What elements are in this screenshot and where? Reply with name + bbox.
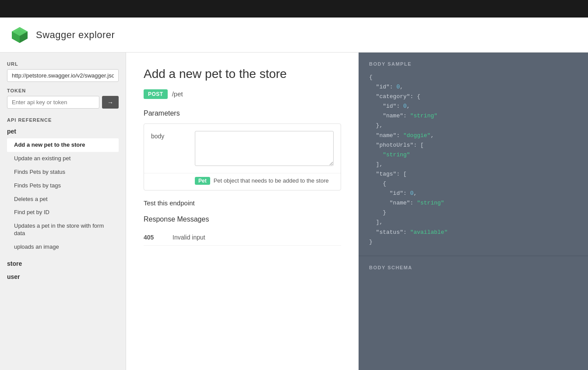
response-desc-405: Invalid input <box>173 234 205 241</box>
sidebar-item-finds-by-status[interactable]: Finds Pets by status <box>7 166 119 179</box>
sidebar-item-finds-by-tags[interactable]: Finds Pets by tags <box>7 179 119 193</box>
nav-group-title-store: store <box>7 258 119 269</box>
sidebar-item-update-pet[interactable]: Update an existing pet <box>7 152 119 166</box>
body-sample-label: BODY SAMPLE <box>369 61 577 67</box>
swagger-logo <box>11 26 29 44</box>
param-desc-text: Pet object that needs to be added to the… <box>214 177 329 184</box>
body-schema-section: BODY SCHEMA <box>359 256 588 370</box>
nav-group-title-user: user <box>7 271 119 282</box>
app-title: Swagger explorer <box>36 29 115 41</box>
params-table: body Pet Pet object that needs to be add… <box>144 123 341 190</box>
url-label: URL <box>7 61 119 67</box>
param-input-body[interactable] <box>195 131 334 166</box>
body-sample-code: { "id": 0, "category": { "id": 0, "name"… <box>369 73 577 247</box>
sidebar: URL TOKEN → API REFERENCE pet Add a new … <box>0 53 126 370</box>
main-content: Add a new pet to the store POST /pet Par… <box>126 53 359 370</box>
sidebar-item-upload-image[interactable]: uploads an image <box>7 240 119 254</box>
method-row: POST /pet <box>144 89 341 99</box>
param-row-body: body <box>144 124 341 173</box>
params-section-title: Parameters <box>144 109 341 117</box>
sidebar-item-updates-form[interactable]: Updates a pet in the store with form dat… <box>7 219 119 240</box>
method-path: /pet <box>172 90 183 98</box>
response-code-405: 405 <box>144 234 165 241</box>
param-name-body: body <box>151 131 195 140</box>
top-bar <box>0 0 588 18</box>
token-input[interactable] <box>7 96 99 109</box>
nav-group-store: store <box>7 258 119 269</box>
sidebar-item-find-by-id[interactable]: Find pet by ID <box>7 206 119 219</box>
param-desc-row: Pet Pet object that needs to be added to… <box>144 173 341 190</box>
nav-group-pet: pet Add a new pet to the store Update an… <box>7 126 119 254</box>
body-sample-section: BODY SAMPLE { "id": 0, "category": { "id… <box>359 53 588 256</box>
method-badge: POST <box>144 89 168 99</box>
page-title: Add a new pet to the store <box>144 67 341 81</box>
pet-badge: Pet <box>195 177 210 185</box>
nav-group-user: user <box>7 271 119 282</box>
sidebar-item-add-pet[interactable]: Add a new pet to the store <box>7 138 119 152</box>
test-endpoint-link[interactable]: Test this endpoint <box>144 199 341 207</box>
response-row-405: 405 Invalid input <box>144 229 341 246</box>
main-layout: URL TOKEN → API REFERENCE pet Add a new … <box>0 53 588 370</box>
app-header: Swagger explorer <box>0 18 588 53</box>
sidebar-item-deletes-pet[interactable]: Deletes a pet <box>7 193 119 206</box>
url-input[interactable] <box>7 69 119 82</box>
nav-group-title-pet: pet <box>7 126 119 137</box>
token-submit-button[interactable]: → <box>102 96 119 109</box>
token-label: TOKEN <box>7 88 119 93</box>
api-reference-label: API REFERENCE <box>7 117 119 123</box>
response-messages-title: Response Messages <box>144 215 341 223</box>
token-row: → <box>7 96 119 109</box>
right-panel: BODY SAMPLE { "id": 0, "category": { "id… <box>359 53 588 370</box>
body-schema-label: BODY SCHEMA <box>369 265 577 270</box>
